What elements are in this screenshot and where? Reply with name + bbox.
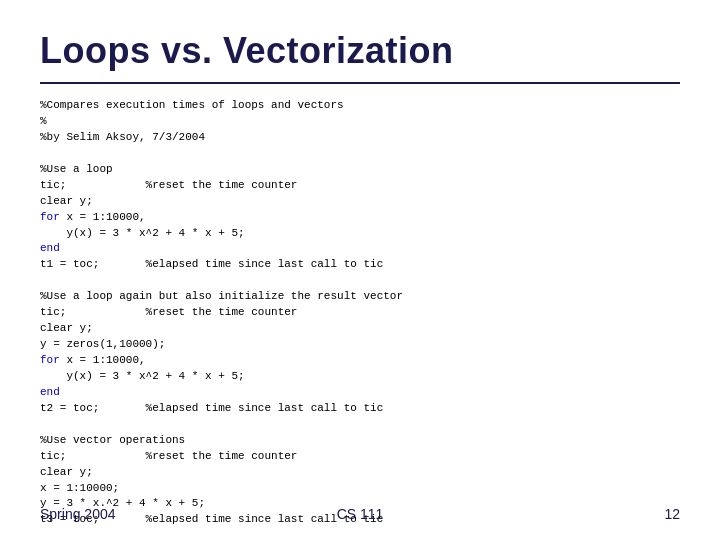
code-line: %Use a loop	[40, 163, 113, 175]
code-content: %Compares execution times of loops and v…	[40, 98, 680, 540]
footer-right: 12	[664, 506, 680, 522]
code-line: %Use a loop again but also initialize th…	[40, 290, 403, 302]
code-line: tic; %reset the time counter clear y; y …	[40, 306, 383, 414]
slide: Loops vs. Vectorization %Compares execut…	[0, 0, 720, 540]
code-line: %Compares execution times of loops and v…	[40, 99, 344, 143]
footer-center: CS 111	[337, 506, 384, 522]
code-line: tic; %reset the time counter clear y; fo…	[40, 179, 383, 271]
code-line: %Use vector operations	[40, 434, 185, 446]
slide-title: Loops vs. Vectorization	[40, 30, 680, 72]
footer-left: Spring 2004	[40, 506, 116, 522]
title-divider	[40, 82, 680, 84]
